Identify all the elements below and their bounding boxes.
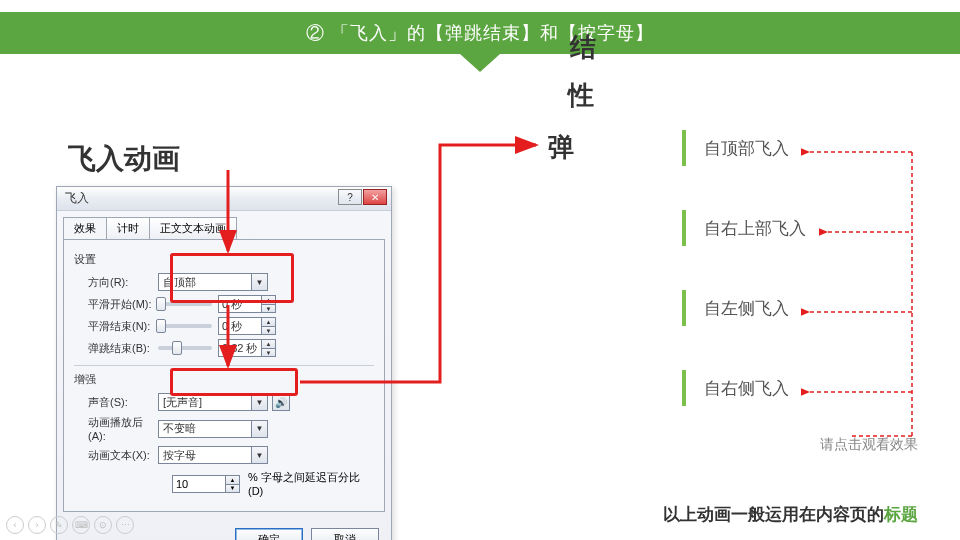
row-bounce-end: 弹跳结束(B): 0.32 秒 ▲▼ (74, 339, 374, 357)
row-direction: 方向(R): 自顶部 ▼ (74, 273, 374, 291)
text-anim-combo[interactable]: 按字母 (158, 446, 252, 464)
effect-label: 自右上部飞入 (704, 217, 806, 240)
dialog-tabs: 效果 计时 正文文本动画 (63, 217, 385, 239)
caption: 以上动画一般运用在内容页的标题 (663, 503, 918, 526)
delay-spinner[interactable]: ▲▼ (226, 475, 240, 493)
smooth-start-label: 平滑开始(M): (74, 297, 158, 312)
bounce-char-2: 性 (568, 78, 594, 113)
bounce-char-3: 结 (570, 30, 596, 65)
ok-button[interactable]: 确定 (235, 528, 303, 540)
effect-list: 自顶部飞入 自右上部飞入 自左侧飞入 自右侧飞入 (682, 130, 922, 450)
effect-label: 自顶部飞入 (704, 137, 789, 160)
direction-label: 方向(R): (74, 275, 158, 290)
dialog-title: 飞入 (65, 190, 89, 207)
close-button[interactable]: ✕ (363, 189, 387, 205)
bounce-end-spinner[interactable]: ▲▼ (262, 339, 276, 357)
effect-item-left[interactable]: 自左侧飞入 (682, 290, 922, 326)
help-button[interactable]: ? (338, 189, 362, 205)
row-delay: 10 ▲▼ % 字母之间延迟百分比(D) (172, 470, 374, 497)
bounce-end-label: 弹跳结束(B): (74, 341, 158, 356)
chevron-down-icon[interactable]: ▼ (252, 446, 268, 464)
sound-label: 声音(S): (74, 395, 158, 410)
bounce-char-1: 弹 (548, 130, 574, 165)
effect-item-right[interactable]: 自右侧飞入 (682, 370, 922, 406)
row-sound: 声音(S): [无声音] ▼ 🔊 (74, 393, 374, 411)
group-enhance-label: 增强 (74, 372, 374, 387)
tab-timing[interactable]: 计时 (106, 217, 150, 239)
nav-icons: ‹ › ✎ ⌨ ⊙ ⋯ (6, 516, 134, 534)
smooth-start-spinner[interactable]: ▲▼ (262, 295, 276, 313)
greenbar-icon (682, 130, 686, 166)
text-anim-label: 动画文本(X): (74, 448, 158, 463)
smooth-end-spinner[interactable]: ▲▼ (262, 317, 276, 335)
speaker-icon[interactable]: 🔊 (272, 393, 290, 411)
smooth-start-value[interactable]: 0 秒 (218, 295, 262, 313)
tab-effect[interactable]: 效果 (63, 217, 107, 239)
nav-pen-icon[interactable]: ✎ (50, 516, 68, 534)
chevron-down-icon[interactable]: ▼ (252, 273, 268, 291)
direction-combo[interactable]: 自顶部 (158, 273, 252, 291)
delay-label: % 字母之间延迟百分比(D) (248, 470, 374, 497)
row-smooth-start: 平滑开始(M): 0 秒 ▲▼ (74, 295, 374, 313)
delay-value[interactable]: 10 (172, 475, 226, 493)
section-title: 飞入动画 (68, 140, 180, 178)
nav-zoom-icon[interactable]: ⊙ (94, 516, 112, 534)
greenbar-icon (682, 210, 686, 246)
nav-next-icon[interactable]: › (28, 516, 46, 534)
smooth-end-value[interactable]: 0 秒 (218, 317, 262, 335)
header-arrow-icon (460, 54, 500, 72)
dialog-titlebar: 飞入 ? ✕ (57, 187, 391, 211)
chevron-down-icon[interactable]: ▼ (252, 393, 268, 411)
effect-label: 自左侧飞入 (704, 297, 789, 320)
after-combo[interactable]: 不变暗 (158, 420, 252, 438)
effect-item-topright[interactable]: 自右上部飞入 (682, 210, 922, 246)
effect-item-top[interactable]: 自顶部飞入 (682, 130, 922, 166)
tab-text-anim[interactable]: 正文文本动画 (149, 217, 237, 239)
group-settings-label: 设置 (74, 252, 374, 267)
row-smooth-end: 平滑结束(N): 0 秒 ▲▼ (74, 317, 374, 335)
tab-body: 设置 方向(R): 自顶部 ▼ 平滑开始(M): 0 秒 ▲▼ 平滑结束(N): (63, 239, 385, 512)
flyin-dialog: 飞入 ? ✕ 效果 计时 正文文本动画 设置 方向(R): 自顶部 ▼ 平滑开始… (56, 186, 392, 540)
header-text: ② 「飞入」的【弹跳结束】和【按字母】 (306, 21, 654, 45)
greenbar-icon (682, 290, 686, 326)
cancel-button[interactable]: 取消 (311, 528, 379, 540)
row-after: 动画播放后(A): 不变暗 ▼ (74, 415, 374, 442)
caption-a: 以上动画一般运用在内容页的 (663, 505, 884, 524)
chevron-down-icon[interactable]: ▼ (252, 420, 268, 438)
smooth-start-slider[interactable] (158, 302, 212, 306)
nav-more-icon[interactable]: ⋯ (116, 516, 134, 534)
after-label: 动画播放后(A): (74, 415, 158, 442)
smooth-end-label: 平滑结束(N): (74, 319, 158, 334)
caption-b: 标题 (884, 505, 918, 524)
note-text: 请点击观看效果 (820, 436, 918, 454)
bounce-end-value[interactable]: 0.32 秒 (218, 339, 262, 357)
nav-prev-icon[interactable]: ‹ (6, 516, 24, 534)
row-text-anim: 动画文本(X): 按字母 ▼ (74, 446, 374, 464)
effect-label: 自右侧飞入 (704, 377, 789, 400)
nav-keyboard-icon[interactable]: ⌨ (72, 516, 90, 534)
sound-combo[interactable]: [无声音] (158, 393, 252, 411)
header-bar: ② 「飞入」的【弹跳结束】和【按字母】 (0, 12, 960, 54)
greenbar-icon (682, 370, 686, 406)
bounce-end-slider[interactable] (158, 346, 212, 350)
smooth-end-slider[interactable] (158, 324, 212, 328)
